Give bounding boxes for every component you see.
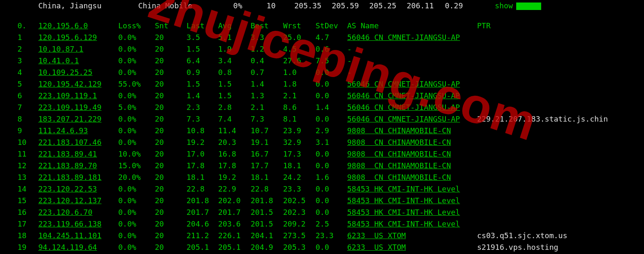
hop-idx: 12 (0, 160, 38, 172)
hop-host-link[interactable]: 223.119.66.138 (38, 218, 118, 230)
hop-row: 18104.245.11.1010.0%20211.2226.1204.1273… (0, 230, 644, 242)
hop-host-link[interactable]: 223.120.12.137 (38, 195, 118, 207)
hop-snt: 20 (155, 90, 186, 102)
hop-last: 19.2 (186, 137, 218, 148)
hop-wrst: 205.3 (283, 242, 316, 253)
hop-idx: 13 (0, 172, 38, 183)
hop-last: 3.5 (186, 32, 218, 43)
hop-as-link[interactable]: 58453 HK CMI-INT-HK Level (347, 218, 477, 230)
hop-last: 201.8 (186, 195, 218, 207)
hop-best: 2.1 (251, 102, 283, 113)
hop-loss: 0.0% (118, 242, 155, 253)
hop-host-link[interactable]: 10.10.87.1 (38, 43, 118, 55)
hop-best: 22.8 (251, 183, 283, 195)
hdr-best: Best (251, 20, 283, 32)
hop-last: 22.8 (186, 183, 218, 195)
hop-as-link[interactable]: 9808 CN CHINAMOBILE-CN (347, 148, 477, 160)
hop-host-link[interactable]: 183.207.21.229 (38, 113, 118, 125)
hop-host-link[interactable]: 10.109.25.25 (38, 67, 118, 78)
summary-best: 205.25 (359, 0, 396, 12)
hop-host-link[interactable]: 221.183.89.70 (38, 160, 118, 172)
hop-ptr: 229.21.207.183.static.js.chin (477, 113, 644, 125)
hop-snt: 20 (155, 55, 186, 67)
hop-row: 11221.183.89.4110.0%2017.016.816.717.30.… (0, 148, 644, 160)
hop-as-link[interactable]: 9808 CN CHINAMOBILE-CN (347, 160, 477, 172)
hop-loss: 55.0% (118, 78, 155, 90)
hop-as-link[interactable]: 56046 CN CMNET-JIANGSU-AP (347, 78, 477, 90)
hop-ptr (477, 43, 644, 55)
hop-as-link[interactable]: 56046 CN CMNET-JIANGSU-AP (347, 113, 477, 125)
hop-stdev: 0.6 (316, 43, 347, 55)
hop-avg: 201.7 (218, 207, 251, 218)
hop-wrst: 23.9 (283, 125, 316, 137)
hop-best: 0.7 (251, 67, 283, 78)
hop-host-link[interactable]: 221.183.89.181 (38, 172, 118, 183)
hop-host-link[interactable]: 223.109.119.49 (38, 102, 118, 113)
hop-idx: 15 (0, 195, 38, 207)
hop-last: 6.4 (186, 55, 218, 67)
hop-loss: 5.0% (118, 102, 155, 113)
hdr-ptr: PTR (477, 20, 644, 32)
hop-as-link[interactable]: 58453 HK CMI-INT-HK Level (347, 207, 477, 218)
hop-snt: 20 (155, 230, 186, 242)
hop-ptr: s21916.vps.hosting (477, 242, 644, 253)
hop-loss: 10.0% (118, 148, 155, 160)
summary-last: 205.35 (276, 0, 321, 12)
hop-stdev: 0.0 (316, 113, 347, 125)
hop-host-link[interactable]: 10.41.0.1 (38, 55, 118, 67)
hop-loss: 0.0% (118, 230, 155, 242)
hop-stdev: 1.6 (316, 172, 347, 183)
hop-as-link[interactable]: 58453 HK CMI-INT-HK Level (347, 183, 477, 195)
hop-wrst: 32.9 (283, 137, 316, 148)
hop-loss: 0.0% (118, 183, 155, 195)
hop-avg: 203.6 (218, 218, 251, 230)
hop-as-link[interactable]: 6233 US XTOM (347, 230, 477, 242)
hop-host-link[interactable]: 223.120.6.70 (38, 207, 118, 218)
hop-stdev: 0.0 (316, 183, 347, 195)
hop-avg: 2.8 (218, 102, 251, 113)
hop-best: 1.2 (251, 43, 283, 55)
hop-snt: 20 (155, 183, 186, 195)
hop-host-link[interactable]: 223.109.119.1 (38, 90, 118, 102)
summary-loss: 0% (213, 0, 242, 12)
hop-stdev: 0.0 (316, 148, 347, 160)
hop-host-link[interactable]: 221.183.89.41 (38, 148, 118, 160)
hop-last: 10.8 (186, 125, 218, 137)
hop-ptr (477, 32, 644, 43)
hop-as-link[interactable]: 9808 CN CHINAMOBILE-CN (347, 137, 477, 148)
hop-host-link[interactable]: 94.124.119.64 (38, 242, 118, 253)
hop-stdev: 0.0 (316, 160, 347, 172)
hop-host-link[interactable]: 104.245.11.101 (38, 230, 118, 242)
hop-snt: 20 (155, 43, 186, 55)
hdr-host[interactable]: 120.195.6.0 (38, 20, 118, 32)
hop-as-link[interactable]: 9808 CN CHINAMOBILE-CN (347, 125, 477, 137)
hop-last: 17.0 (186, 148, 218, 160)
hop-avg: 11.4 (218, 125, 251, 137)
hop-row: 1994.124.119.640.0%20205.1205.1204.9205.… (0, 242, 644, 253)
hop-host-link[interactable]: 223.120.22.53 (38, 183, 118, 195)
hop-host-link[interactable]: 120.195.42.129 (38, 78, 118, 90)
hop-loss: 15.0% (118, 160, 155, 172)
hop-host-link[interactable]: 221.183.107.46 (38, 137, 118, 148)
hop-stdev: 2.9 (316, 125, 347, 137)
summary-isp: China Mobile (138, 0, 213, 12)
hop-wrst: 23.3 (283, 183, 316, 195)
hop-idx: 5 (0, 78, 38, 90)
hop-ptr (477, 78, 644, 90)
hop-as-link[interactable]: 56046 CN CMNET-JIANGSU-AP (347, 32, 477, 43)
hop-avg: 7.4 (218, 113, 251, 125)
hop-ptr (477, 160, 644, 172)
hop-row: 310.41.0.10.0%206.43.40.427.67.5- (0, 55, 644, 67)
hop-as-link[interactable]: 56046 CN CMNET-JIANGSU-AP (347, 90, 477, 102)
hop-wrst: 202.3 (283, 207, 316, 218)
hop-as-link[interactable]: 9808 CN CHINAMOBILE-CN (347, 172, 477, 183)
hop-host-link[interactable]: 120.195.6.129 (38, 32, 118, 43)
hop-snt: 20 (155, 125, 186, 137)
hop-host-link[interactable]: 111.24.6.93 (38, 125, 118, 137)
hop-as-link[interactable]: 58453 HK CMI-INT-HK Level (347, 195, 477, 207)
hop-loss: 0.0% (118, 32, 155, 43)
show-link[interactable]: show (463, 0, 513, 12)
hop-as-link[interactable]: 6233 US XTOM (347, 242, 477, 253)
hop-best: 204.1 (251, 230, 283, 242)
hop-as-link[interactable]: 56046 CN CMNET-JIANGSU-AP (347, 102, 477, 113)
